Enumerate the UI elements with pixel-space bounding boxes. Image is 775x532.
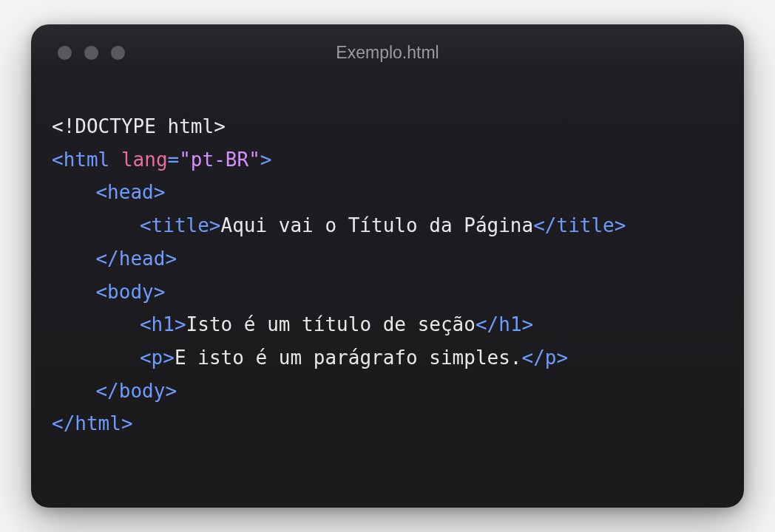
code-title-text: Aqui vai o Título da Página (221, 214, 534, 236)
code-p-text: E isto é um parágrafo simples. (175, 347, 522, 369)
code-p-open: <p> (140, 347, 175, 369)
close-icon[interactable] (58, 46, 72, 60)
code-lang-val: "pt-BR" (179, 149, 260, 171)
code-html-open-bracket: < (52, 149, 64, 171)
code-doctype: <!DOCTYPE html> (52, 115, 226, 137)
code-p-close: </p> (522, 347, 569, 369)
code-body-close: </body> (95, 380, 177, 402)
code-h1-open: <h1> (140, 313, 186, 335)
editor-window: Exemplo.html <!DOCTYPE html><html lang="… (31, 24, 744, 508)
code-html-close-bracket: > (260, 149, 272, 171)
code-body-open: <body> (95, 281, 165, 303)
code-title-open: <title> (140, 214, 221, 236)
code-head-open: <head> (95, 181, 165, 203)
code-area[interactable]: <!DOCTYPE html><html lang="pt-BR"><head>… (31, 81, 744, 508)
window-title: Exemplo.html (336, 43, 439, 63)
code-html-close: </html> (52, 412, 133, 434)
code-lang-attr: lang (121, 149, 168, 171)
maximize-icon[interactable] (111, 46, 125, 60)
code-space (109, 149, 121, 171)
titlebar: Exemplo.html (31, 24, 744, 81)
code-title-close: </title> (533, 214, 626, 236)
code-h1-text: Isto é um título de seção (186, 313, 476, 335)
code-eq: = (168, 149, 180, 171)
code-html-tag: html (64, 149, 110, 171)
traffic-lights (58, 46, 125, 60)
minimize-icon[interactable] (84, 46, 98, 60)
code-head-close: </head> (95, 248, 177, 270)
code-h1-close: </h1> (476, 313, 533, 335)
